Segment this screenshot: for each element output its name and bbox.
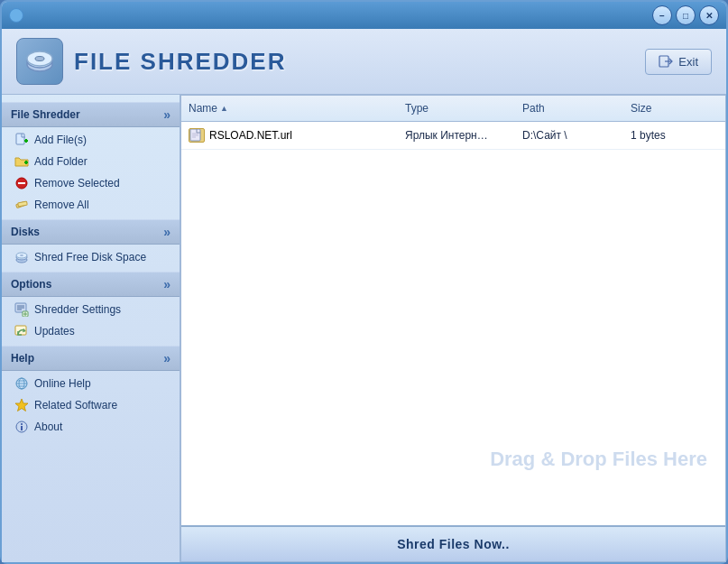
file-table: Name ▲ Type Path Size: [181, 96, 725, 525]
main-window: − □ ✕ FILE SHREDDER: [0, 0, 728, 564]
options-section-title: Options: [11, 278, 51, 291]
app-title: FILE SHREDDER: [74, 48, 286, 76]
sidebar-section-file-shredder: File Shredder » Add File(s): [2, 102, 180, 216]
add-files-label: Add File(s): [34, 134, 87, 146]
add-folder-label: Add Folder: [34, 155, 88, 168]
file-shredder-collapse-icon: »: [163, 107, 170, 122]
svg-rect-36: [190, 129, 200, 141]
file-type-cell: Ярлык Интерн…: [398, 126, 515, 144]
title-bar-icon: [9, 8, 23, 23]
svg-point-18: [20, 254, 23, 256]
sidebar-item-online-help[interactable]: Online Help: [2, 373, 180, 394]
add-file-icon: [14, 133, 29, 147]
shredder-settings-label: Shredder Settings: [34, 303, 121, 316]
remove-selected-icon: [14, 176, 29, 190]
file-name-cell: RSLOAD.NET.url: [181, 125, 398, 145]
add-folder-icon: [14, 154, 29, 169]
disks-collapse-icon: »: [163, 225, 170, 239]
sidebar-section-header-file-shredder[interactable]: File Shredder »: [2, 102, 180, 127]
sidebar-section-options: Options »: [2, 272, 180, 342]
disks-section-title: Disks: [11, 226, 40, 238]
close-button[interactable]: ✕: [699, 5, 719, 25]
online-help-label: Online Help: [34, 377, 91, 390]
svg-rect-14: [18, 202, 28, 208]
title-bar: − □ ✕: [2, 2, 726, 29]
maximize-button[interactable]: □: [676, 5, 696, 25]
remove-all-icon: [14, 198, 29, 212]
help-section-title: Help: [11, 352, 34, 365]
sidebar-item-about[interactable]: About: [2, 416, 180, 438]
sidebar-item-add-folder[interactable]: Add Folder: [2, 151, 180, 172]
sidebar-section-disks: Disks » Shred Free Disk Space: [2, 219, 180, 268]
sidebar-item-updates[interactable]: Updates: [2, 320, 180, 342]
exit-icon: [659, 55, 673, 68]
sidebar-section-header-disks[interactable]: Disks »: [2, 219, 180, 245]
sidebar-item-shred-free[interactable]: Shred Free Disk Space: [2, 246, 180, 268]
sidebar: File Shredder » Add File(s): [2, 95, 180, 562]
col-header-path[interactable]: Path: [515, 99, 623, 117]
sidebar-section-header-help[interactable]: Help »: [2, 346, 180, 371]
shred-free-disk-icon: [14, 250, 29, 264]
sidebar-section-help: Help » Online: [2, 346, 180, 438]
shred-files-button[interactable]: Shred Files Now..: [181, 525, 725, 561]
svg-point-35: [21, 423, 23, 425]
updates-label: Updates: [34, 325, 75, 337]
exit-button[interactable]: Exit: [645, 49, 712, 75]
svg-point-3: [35, 57, 44, 61]
file-name: RSLOAD.NET.url: [209, 129, 292, 142]
sidebar-item-shredder-settings[interactable]: Shredder Settings: [2, 299, 180, 320]
file-size-cell: 1 bytes: [623, 126, 714, 144]
col-header-name[interactable]: Name ▲: [181, 99, 398, 117]
body-area: File Shredder » Add File(s): [2, 95, 726, 562]
svg-rect-6: [16, 134, 24, 144]
about-icon: [14, 420, 29, 434]
app-logo: FILE SHREDDER: [16, 38, 286, 85]
svg-marker-32: [15, 399, 28, 411]
file-path-cell: D:\Сайт \: [515, 126, 623, 144]
col-header-type[interactable]: Type: [398, 99, 515, 117]
title-bar-controls: − □ ✕: [652, 5, 719, 25]
help-collapse-icon: »: [163, 351, 170, 365]
app-header: FILE SHREDDER Exit: [2, 29, 726, 95]
shred-free-label: Shred Free Disk Space: [34, 251, 146, 264]
related-software-label: Related Software: [34, 399, 117, 411]
online-help-icon: [14, 376, 29, 391]
options-collapse-icon: »: [163, 277, 170, 291]
content-area: Name ▲ Type Path Size: [180, 95, 726, 562]
sidebar-item-remove-all[interactable]: Remove All: [2, 194, 180, 216]
sidebar-item-related-software[interactable]: Related Software: [2, 394, 180, 416]
file-type-icon: [189, 128, 205, 143]
about-label: About: [34, 421, 62, 433]
app-logo-icon: [16, 38, 63, 85]
sidebar-item-add-files[interactable]: Add File(s): [2, 129, 180, 151]
table-header: Name ▲ Type Path Size: [181, 96, 725, 122]
remove-selected-label: Remove Selected: [34, 177, 120, 190]
col-header-size[interactable]: Size: [623, 99, 714, 117]
sidebar-section-header-options[interactable]: Options »: [2, 272, 180, 297]
sort-arrow-name: ▲: [220, 104, 228, 113]
drag-drop-text: Drag & Drop Files Here: [490, 448, 707, 471]
related-software-icon: [14, 398, 29, 412]
remove-all-label: Remove All: [34, 199, 89, 211]
table-row[interactable]: RSLOAD.NET.url Ярлык Интерн… D:\Сайт \ 1…: [181, 122, 725, 150]
updates-icon: [14, 324, 29, 338]
file-shredder-section-title: File Shredder: [11, 108, 80, 121]
minimize-button[interactable]: −: [652, 5, 672, 25]
shredder-settings-icon: [14, 302, 29, 317]
sidebar-item-remove-selected[interactable]: Remove Selected: [2, 172, 180, 194]
